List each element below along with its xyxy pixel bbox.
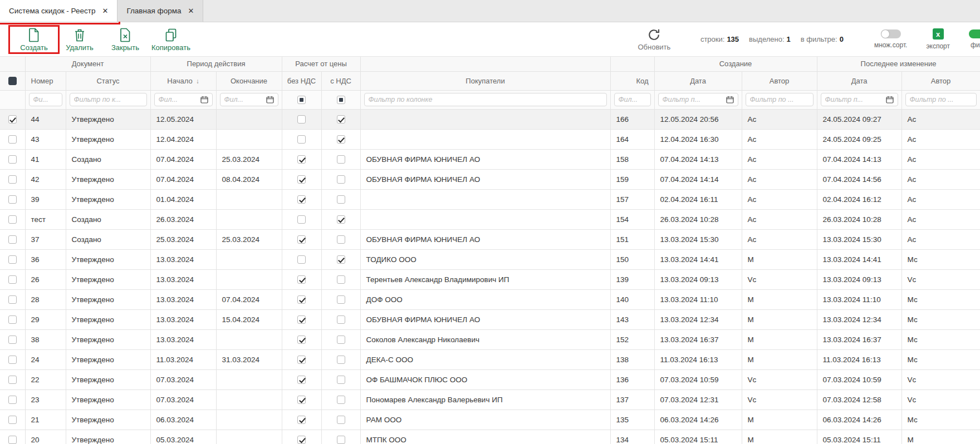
row-checkbox[interactable] [8,235,17,244]
row-checkbox[interactable] [8,155,17,164]
column-header-code[interactable]: Код [610,71,654,90]
filter-no-vat-checkbox[interactable] [297,96,306,104]
table-row[interactable]: 37 Создано 25.03.2024 25.03.2024 ОБУВНАЯ… [0,229,980,249]
vat-checkbox[interactable] [337,215,345,224]
close-icon[interactable]: ✕ [102,7,108,14]
no-vat-checkbox[interactable] [297,155,306,164]
filter-modified-author-input[interactable] [910,96,972,103]
close-button[interactable]: Закрыть [102,28,148,51]
table-row[interactable]: 24 Утверждено 11.03.2024 31.03.2024 ДЕКА… [0,349,980,369]
vat-checkbox[interactable] [337,295,345,304]
create-button[interactable]: Создать [11,28,57,51]
row-checkbox[interactable] [8,315,17,324]
no-vat-checkbox[interactable] [297,356,306,364]
multisort-toggle[interactable] [881,29,901,38]
vat-checkbox[interactable] [337,175,345,184]
column-header-start[interactable]: Начало↓ [150,71,216,90]
no-vat-checkbox[interactable] [297,396,306,404]
column-header-created-author[interactable]: Автор [742,71,817,90]
tab-main-form[interactable]: Главная форма ✕ [117,0,203,22]
filter-toggle[interactable] [969,29,980,38]
no-vat-checkbox[interactable] [297,336,306,344]
export-button[interactable]: x экспорт [926,28,950,50]
calendar-icon[interactable] [266,96,274,103]
calendar-icon[interactable] [726,96,734,103]
table-row[interactable]: 23 Утверждено 07.03.2024 Пономарев Алекс… [0,389,980,410]
filter-created-author-input[interactable] [750,96,809,103]
vat-checkbox[interactable] [337,336,345,344]
vat-checkbox[interactable] [337,155,345,164]
no-vat-checkbox[interactable] [297,376,306,384]
column-header-vat[interactable]: с НДС [321,71,360,90]
column-header-end[interactable]: Окончание [216,71,282,90]
delete-button[interactable]: Удалить [57,28,102,51]
table-row[interactable]: 43 Утверждено 12.04.2024 164 12.04.2024 … [0,129,980,149]
row-checkbox[interactable] [8,416,17,424]
filter-created-date-input[interactable] [663,96,724,103]
vat-checkbox[interactable] [337,416,345,424]
table-row[interactable]: 41 Создано 07.04.2024 25.03.2024 ОБУВНАЯ… [0,149,980,169]
select-all-checkbox[interactable] [8,77,17,85]
table-row[interactable]: 42 Утверждено 07.04.2024 08.04.2024 ОБУВ… [0,169,980,189]
table-row[interactable]: тест Создано 26.03.2024 154 26.03.2024 1… [0,209,980,229]
no-vat-checkbox[interactable] [297,275,306,284]
table-row[interactable]: 44 Утверждено 12.05.2024 166 12.05.2024 … [0,109,980,129]
vat-checkbox[interactable] [337,275,345,284]
vat-checkbox[interactable] [337,115,345,124]
column-header-number[interactable]: Номер [25,71,66,90]
table-row[interactable]: 26 Утверждено 13.03.2024 Терентьев Алекс… [0,269,980,289]
no-vat-checkbox[interactable] [297,235,306,244]
no-vat-checkbox[interactable] [297,115,306,124]
no-vat-checkbox[interactable] [297,175,306,184]
row-checkbox[interactable] [8,376,17,384]
row-checkbox[interactable] [8,295,17,304]
no-vat-checkbox[interactable] [297,195,306,204]
table-row[interactable]: 39 Утверждено 01.04.2024 157 02.04.2024 … [0,189,980,209]
calendar-icon[interactable] [200,96,208,103]
tab-discount-registry[interactable]: Система скидок - Реестр ✕ [0,0,117,22]
close-icon[interactable]: ✕ [188,7,194,14]
no-vat-checkbox[interactable] [297,416,306,424]
column-header-status[interactable]: Статус [66,71,150,90]
row-checkbox[interactable] [8,336,17,344]
filter-buyers-input[interactable] [369,96,602,103]
vat-checkbox[interactable] [337,195,345,204]
column-header-buyers[interactable]: Покупатели [360,71,610,90]
row-checkbox[interactable] [8,135,17,144]
row-checkbox[interactable] [8,175,17,184]
calendar-icon[interactable] [886,96,894,103]
no-vat-checkbox[interactable] [297,315,306,324]
vat-checkbox[interactable] [337,315,345,324]
column-header-no-vat[interactable]: без НДС [282,71,321,90]
copy-button[interactable]: Копировать [148,28,194,51]
filter-modified-date-input[interactable] [825,96,884,103]
column-header-modified-date[interactable]: Дата [817,71,901,90]
no-vat-checkbox[interactable] [297,215,306,224]
row-checkbox[interactable] [8,396,17,404]
no-vat-checkbox[interactable] [297,255,306,264]
table-row[interactable]: 21 Утверждено 06.03.2024 РАМ ООО 135 06.… [0,410,980,430]
table-row[interactable]: 20 Утверждено 05.03.2024 МТПК ООО 134 05… [0,430,980,444]
vat-checkbox[interactable] [337,235,345,244]
vat-checkbox[interactable] [337,396,345,404]
row-checkbox[interactable] [8,275,17,284]
column-header-created-date[interactable]: Дата [654,71,742,90]
row-checkbox[interactable] [8,356,17,364]
filter-vat-checkbox[interactable] [337,96,345,104]
vat-checkbox[interactable] [337,255,345,264]
vat-checkbox[interactable] [337,356,345,364]
filter-status-input[interactable] [74,96,143,103]
filter-end-input[interactable] [224,96,264,103]
column-header-modified-author[interactable]: Автор [901,71,980,90]
no-vat-checkbox[interactable] [297,295,306,304]
vat-checkbox[interactable] [337,436,345,444]
no-vat-checkbox[interactable] [297,436,306,444]
table-row[interactable]: 36 Утверждено 13.03.2024 ТОДИКО ООО 150 … [0,249,980,269]
no-vat-checkbox[interactable] [297,135,306,144]
table-row[interactable]: 29 Утверждено 13.03.2024 15.04.2024 ОБУВ… [0,309,980,329]
row-checkbox[interactable] [8,255,17,264]
row-checkbox[interactable] [8,195,17,204]
filter-start-input[interactable] [159,96,198,103]
table-row[interactable]: 22 Утверждено 07.03.2024 ОФ БАШМАЧОК ПЛЮ… [0,369,980,389]
row-checkbox[interactable] [8,115,17,124]
